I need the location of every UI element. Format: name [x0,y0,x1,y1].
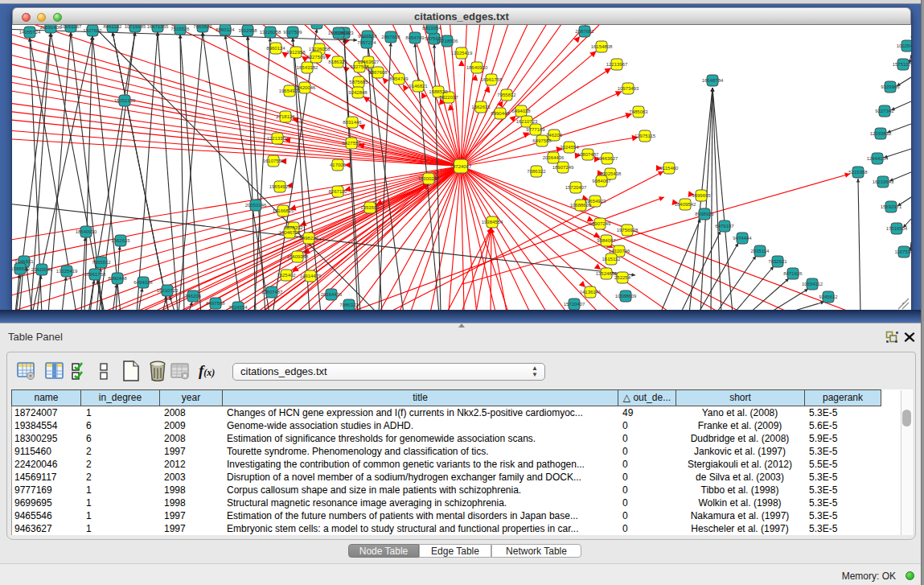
svg-text:14914479: 14914479 [300,274,322,278]
svg-text:8267110: 8267110 [329,189,348,194]
svg-text:2867608: 2867608 [368,70,388,75]
svg-text:8471626: 8471626 [783,271,803,276]
svg-text:10719185: 10719185 [125,25,146,29]
svg-text:5498222: 5498222 [299,236,318,241]
svg-text:6494028: 6494028 [133,280,153,285]
svg-text:19654923: 19654923 [269,184,291,189]
svg-text:9327508: 9327508 [358,34,377,39]
svg-text:8960124: 8960124 [216,27,235,32]
svg-text:1527602: 1527602 [83,28,102,33]
svg-text:8461102: 8461102 [104,25,123,29]
svg-text:8454749: 8454749 [405,35,425,40]
svg-text:16051339: 16051339 [114,98,136,103]
svg-text:16543382: 16543382 [297,65,318,70]
svg-text:15751074: 15751074 [893,62,911,67]
svg-text:8990448: 8990448 [491,111,510,116]
svg-text:15720407: 15720407 [565,185,587,190]
svg-text:9084067: 9084067 [592,179,611,183]
svg-text:6479197: 6479197 [715,224,734,229]
svg-text:7625402: 7625402 [277,273,296,278]
svg-text:3912958: 3912958 [286,50,306,55]
svg-text:1562615: 1562615 [471,105,491,109]
svg-text:15692971: 15692971 [881,204,902,209]
svg-text:14320746: 14320746 [609,249,630,253]
svg-text:12213302: 12213302 [267,136,289,141]
svg-text:9146821: 9146821 [409,84,428,89]
svg-text:16107552: 16107552 [263,159,285,163]
svg-text:6497568: 6497568 [532,138,552,143]
svg-text:10025438: 10025438 [600,171,622,176]
svg-text:16409348: 16409348 [287,254,309,259]
svg-text:14136141: 14136141 [580,290,602,295]
svg-text:1167534: 1167534 [895,249,911,254]
svg-text:1353594: 1353594 [360,205,380,210]
svg-text:18907249: 18907249 [552,165,574,170]
svg-text:12093832: 12093832 [870,131,892,136]
svg-text:5215958: 5215958 [848,170,868,175]
svg-text:10688609: 10688609 [615,294,637,299]
svg-text:6494028: 6494028 [511,109,531,113]
svg-text:15720407: 15720407 [564,302,585,307]
svg-text:9427552: 9427552 [342,141,361,146]
svg-text:13325419: 13325419 [56,269,78,274]
svg-text:9115460: 9115460 [660,166,680,171]
svg-text:19218506: 19218506 [437,39,458,43]
svg-text:20364436: 20364436 [321,292,343,297]
svg-text:12975115: 12975115 [634,134,656,138]
svg-text:6497568: 6497568 [206,301,225,306]
svg-text:7086322: 7086322 [527,169,546,174]
svg-text:20053346: 20053346 [245,203,267,208]
svg-text:9242848: 9242848 [348,90,368,95]
svg-text:7663822: 7663822 [193,25,212,29]
svg-text:417006: 417006 [330,163,347,167]
svg-text:10807487: 10807487 [261,290,283,295]
svg-text:19654923: 19654923 [279,89,301,93]
svg-text:5875685: 5875685 [349,80,368,84]
svg-text:12213967: 12213967 [606,62,628,67]
svg-text:2935114: 2935114 [751,249,770,253]
svg-text:8813054: 8813054 [422,26,441,31]
svg-text:8031446: 8031446 [343,120,362,125]
svg-text:7955812: 7955812 [497,93,516,97]
svg-text:20364436: 20364436 [543,155,565,160]
svg-text:23420046: 23420046 [31,267,53,272]
svg-text:9227342: 9227342 [875,109,894,113]
svg-text:10973493: 10973493 [618,86,639,91]
svg-text:16210723: 16210723 [516,119,538,124]
svg-text:3024554: 3024554 [228,305,248,310]
svg-text:16648784: 16648784 [702,78,724,83]
svg-text:10654112: 10654112 [802,282,823,286]
svg-text:2867608: 2867608 [381,35,400,39]
svg-text:16033809: 16033809 [328,31,350,35]
svg-text:10688609: 10688609 [570,203,592,208]
svg-text:8960124: 8960124 [266,46,285,51]
svg-text:13226058: 13226058 [309,47,331,51]
svg-text:16409542: 16409542 [675,202,696,207]
svg-text:746206: 746206 [546,133,563,138]
svg-text:9327509: 9327509 [306,55,326,60]
svg-text:18907249: 18907249 [589,221,611,226]
svg-text:18640910: 18640910 [76,229,97,234]
svg-text:7955812: 7955812 [92,260,111,265]
svg-text:9699695: 9699695 [692,193,711,198]
svg-text:20691406: 20691406 [40,25,62,30]
svg-text:7632621: 7632621 [768,259,787,264]
svg-text:9777169: 9777169 [526,127,545,132]
svg-text:14055724: 14055724 [19,30,41,35]
svg-text:19463627: 19463627 [597,156,618,161]
svg-text:16961758: 16961758 [481,77,503,82]
svg-text:13226058: 13226058 [260,30,281,35]
svg-text:9327508: 9327508 [350,64,369,69]
svg-text:9329966: 9329966 [881,84,900,89]
svg-text:3912958: 3912958 [238,28,257,33]
svg-text:3024554: 3024554 [560,145,579,150]
svg-text:7857224: 7857224 [357,40,376,45]
svg-text:2087682: 2087682 [575,29,594,34]
svg-text:9245612: 9245612 [819,295,838,299]
svg-text:19166825: 19166825 [273,208,294,213]
svg-text:18724007: 18724007 [450,164,472,169]
svg-text:252254: 252254 [614,275,631,280]
svg-text:7515526: 7515526 [170,27,190,31]
svg-text:18640910: 18640910 [466,65,488,70]
svg-text:10653267: 10653267 [60,25,82,29]
